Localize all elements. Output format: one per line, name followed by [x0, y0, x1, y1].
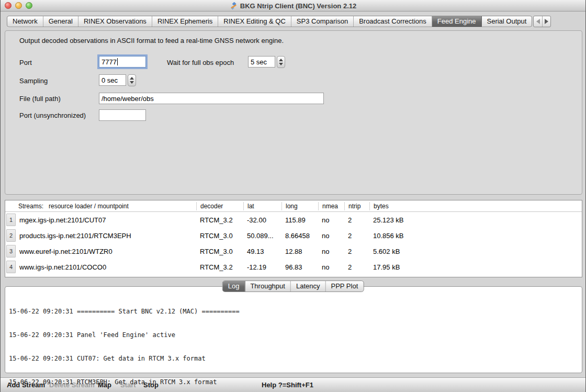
streams-table: Streams: resource loader / mountpoint de…	[5, 200, 582, 277]
right-arrow-icon	[545, 19, 548, 24]
tab-latency[interactable]: Latency	[291, 281, 326, 292]
wait-epoch-label: Wait for full obs epoch	[167, 59, 234, 66]
log-tabs-segment: Log Throughput Latency PPP Plot	[222, 281, 364, 292]
row-number[interactable]: 3	[6, 245, 16, 257]
window-title-text: BKG Ntrip Client (BNC) Version 2.12	[240, 2, 356, 10]
cell-decoder[interactable]: RTCM_3.2	[196, 263, 243, 271]
main-tab-bar: Network General RINEX Observations RINEX…	[7, 16, 551, 27]
cell-bytes[interactable]: 10.856 kB	[369, 232, 582, 240]
tab-network[interactable]: Network	[7, 16, 43, 27]
cell-nmea[interactable]: no	[318, 248, 344, 255]
title-bar[interactable]: BKG Ntrip Client (BNC) Version 2.12	[1, 0, 585, 12]
feed-engine-panel: Output decoded observations in ASCII for…	[5, 30, 582, 195]
table-row[interactable]: 3 www.euref-ip.net:2101/WTZR0 RTCM_3.0 4…	[5, 243, 582, 259]
port-unsync-input[interactable]	[99, 109, 146, 121]
table-row[interactable]: 2 products.igs-ip.net:2101/RTCM3EPH RTCM…	[5, 228, 582, 243]
sampling-stepper[interactable]	[128, 74, 136, 86]
log-tab-bar: Log Throughput Latency PPP Plot	[222, 281, 364, 292]
cell-lat[interactable]: 50.089...	[243, 232, 281, 240]
wait-epoch-input[interactable]	[248, 56, 275, 68]
tab-general[interactable]: General	[43, 16, 78, 27]
cell-long[interactable]: 12.88	[281, 248, 318, 255]
row-number[interactable]: 1	[6, 214, 16, 226]
cell-nmea[interactable]: no	[318, 263, 344, 271]
file-path-input[interactable]	[99, 93, 324, 104]
header-mountpoint[interactable]: Streams: resource loader / mountpoint	[5, 202, 196, 210]
main-tabs-segment: Network General RINEX Observations RINEX…	[7, 16, 532, 27]
tab-throughput[interactable]: Throughput	[245, 281, 291, 292]
row-number[interactable]: 4	[6, 261, 16, 273]
cell-long[interactable]: 115.89	[281, 216, 318, 224]
cell-lat[interactable]: -32.00	[243, 216, 281, 224]
tab-log[interactable]: Log	[223, 281, 245, 292]
cell-ntrip[interactable]: 2	[344, 263, 369, 271]
stepper-down-icon[interactable]	[130, 81, 134, 84]
streams-table-header: Streams: resource loader / mountpoint de…	[5, 200, 582, 212]
cell-ntrip[interactable]: 2	[344, 248, 369, 255]
tab-feed-engine[interactable]: Feed Engine	[432, 16, 482, 27]
header-ntrip[interactable]: ntrip	[344, 202, 369, 210]
header-lat[interactable]: lat	[243, 202, 281, 210]
app-icon	[230, 2, 238, 10]
panel-description: Output decoded observations in ASCII for…	[19, 37, 284, 44]
port-input[interactable]: 7777	[99, 56, 146, 68]
cell-decoder[interactable]: RTCM_3.2	[196, 216, 243, 224]
cell-long[interactable]: 8.66458	[281, 232, 318, 240]
tab-scroll-arrows	[533, 16, 551, 27]
cell-mountpoint[interactable]: www.igs-ip.net:2101/COCO0	[17, 263, 196, 271]
tab-rinex-editing-qc[interactable]: RINEX Editing & QC	[218, 16, 291, 27]
row-number[interactable]: 2	[6, 229, 16, 242]
tab-rinex-ephemeris[interactable]: RINEX Ephemeris	[152, 16, 218, 27]
log-line: 15-06-22 09:20:31 CUT07: Get data in RTC…	[9, 355, 582, 363]
stepper-down-icon[interactable]	[279, 63, 283, 65]
port-input-value: 7777	[102, 58, 117, 66]
file-path-label: File (full path)	[19, 95, 61, 103]
tab-scroll-right-button[interactable]	[542, 16, 550, 27]
cell-bytes[interactable]: 25.123 kB	[369, 216, 582, 224]
cell-nmea[interactable]: no	[318, 232, 344, 240]
text-caret	[117, 58, 118, 65]
header-bytes[interactable]: bytes	[369, 202, 582, 210]
cell-ntrip[interactable]: 2	[344, 216, 369, 224]
sampling-label: Sampling	[19, 77, 48, 85]
cell-mountpoint[interactable]: mgex.igs-ip.net:2101/CUT07	[17, 216, 196, 224]
cell-nmea[interactable]: no	[318, 216, 344, 224]
header-decoder[interactable]: decoder	[196, 202, 243, 210]
cell-mountpoint[interactable]: products.igs-ip.net:2101/RTCM3EPH	[17, 232, 196, 240]
cell-decoder[interactable]: RTCM_3.0	[196, 248, 243, 255]
header-long[interactable]: long	[281, 202, 318, 210]
port-label: Port	[19, 59, 32, 66]
log-line: 15-06-22 09:20:31 Panel 'Feed Engine' ac…	[9, 331, 582, 339]
app-window: BKG Ntrip Client (BNC) Version 2.12 Netw…	[0, 0, 586, 392]
cell-bytes[interactable]: 5.602 kB	[369, 248, 582, 255]
tab-ppp-plot[interactable]: PPP Plot	[325, 281, 363, 292]
table-row[interactable]: 4 www.igs-ip.net:2101/COCO0 RTCM_3.2 -12…	[5, 259, 582, 275]
log-output-panel[interactable]: 15-06-22 09:20:31 ========== Start BNC v…	[5, 286, 582, 373]
cell-bytes[interactable]: 17.95 kB	[369, 263, 582, 271]
cell-lat[interactable]: -12.19	[243, 263, 281, 271]
left-arrow-icon	[536, 19, 540, 24]
log-lines: 15-06-22 09:20:31 ========== Start BNC v…	[5, 287, 582, 392]
tab-serial-output[interactable]: Serial Output	[482, 16, 532, 27]
tab-broadcast-corrections[interactable]: Broadcast Corrections	[354, 16, 432, 27]
cell-ntrip[interactable]: 2	[344, 232, 369, 240]
log-line: 15-06-22 09:20:31 ========== Start BNC v…	[9, 308, 582, 316]
header-nmea[interactable]: nmea	[318, 202, 344, 210]
wait-epoch-stepper[interactable]	[277, 56, 285, 68]
cell-decoder[interactable]: RTCM_3.0	[196, 232, 243, 240]
cell-mountpoint[interactable]: www.euref-ip.net:2101/WTZR0	[17, 248, 196, 255]
sampling-input[interactable]	[99, 74, 126, 86]
cell-lat[interactable]: 49.13	[243, 248, 281, 255]
tab-sp3-comparison[interactable]: SP3 Comparison	[291, 16, 354, 27]
cell-long[interactable]: 96.83	[281, 263, 318, 271]
tab-rinex-observations[interactable]: RINEX Observations	[78, 16, 152, 27]
stepper-up-icon[interactable]	[130, 77, 134, 80]
table-row[interactable]: 1 mgex.igs-ip.net:2101/CUT07 RTCM_3.2 -3…	[5, 212, 582, 228]
log-line: 15-06-22 09:20:31 RTCM3EPH: Get data in …	[9, 378, 582, 386]
window-title: BKG Ntrip Client (BNC) Version 2.12	[1, 0, 585, 12]
stepper-up-icon[interactable]	[279, 59, 283, 61]
port-unsync-label: Port (unsynchronized)	[19, 111, 86, 119]
tab-scroll-left-button[interactable]	[534, 16, 542, 27]
